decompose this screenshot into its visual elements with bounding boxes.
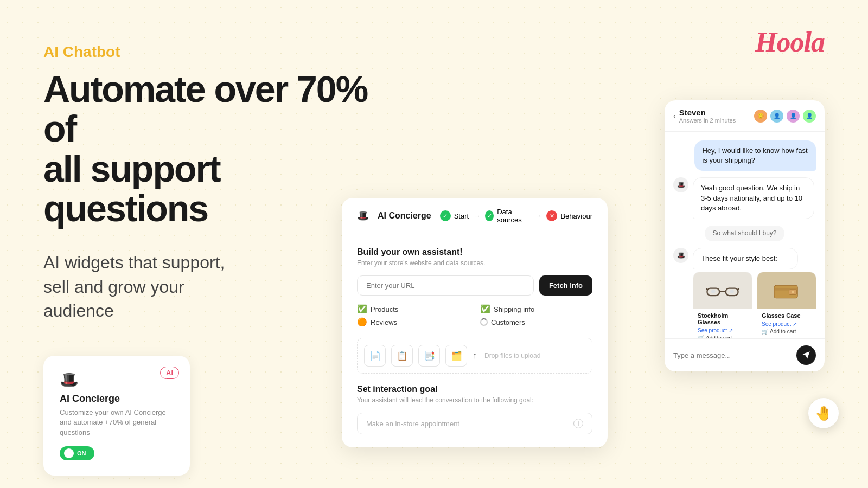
chat-agent-info: Steven Answers in 2 minutes <box>679 108 736 124</box>
bot-avatar-2: 🎩 <box>673 248 688 263</box>
widget-title: AI Concierge <box>60 393 174 404</box>
fetch-button[interactable]: Fetch info <box>539 275 592 296</box>
ai-badge: AI <box>160 367 179 379</box>
see-product-1[interactable]: See product ↗ <box>698 328 748 333</box>
panel-header-icon: 🎩 <box>357 210 369 222</box>
product-cards: Stockholm Glasses See product ↗ 🛒 Add to… <box>693 272 816 338</box>
toggle-label: ON <box>77 450 86 457</box>
check-products: ✅ Products <box>357 304 469 314</box>
upload-btn-4[interactable]: 🗂️ <box>445 345 467 367</box>
panel-header: 🎩 AI Concierge ✓ Start → ✓ Data sources … <box>342 198 608 234</box>
step-start-label: Start <box>454 212 469 220</box>
check-shipping-icon: ✅ <box>480 304 490 314</box>
check-shipping: ✅ Shipping info <box>480 304 592 314</box>
upload-btn-2[interactable]: 📋 <box>391 345 413 367</box>
add-to-cart-2[interactable]: 🛒 Add to cart <box>762 329 812 335</box>
external-link-icon-2: ↗ <box>793 321 797 327</box>
product-img-2 <box>757 272 816 309</box>
upload-btn-1[interactable]: 📄 <box>364 345 386 367</box>
chat-header-left: ‹ Steven Answers in 2 minutes <box>673 108 736 124</box>
hero-headline: Automate over 70% of all support questio… <box>43 69 369 229</box>
check-shipping-label: Shipping info <box>494 305 534 313</box>
see-product-2[interactable]: See product ↗ <box>762 321 812 327</box>
step-datasources-label: Data sources <box>497 208 530 224</box>
interaction-title: Set interaction goal <box>357 384 592 394</box>
check-reviews: 🟠 Reviews <box>357 317 469 327</box>
on-toggle[interactable]: ON <box>60 446 94 460</box>
step-start: ✓ Start <box>440 210 469 221</box>
builder-panel: 🎩 AI Concierge ✓ Start → ✓ Data sources … <box>342 198 608 447</box>
url-input[interactable] <box>357 275 534 296</box>
chat-agent-name: Steven <box>679 108 736 117</box>
msg-user-1: Hey, I would like to know how fast is yo… <box>694 140 816 171</box>
msg-bot-wrapper-1: 🎩 Yeah good question. We ship in 3-5 day… <box>673 177 816 219</box>
msg-bot-2-container: These fit your style best: <box>693 248 816 338</box>
check-customers-icon <box>480 318 488 326</box>
interaction-input-row: Make an in-store appointment i <box>357 413 592 434</box>
chat-input[interactable] <box>673 351 791 359</box>
check-reviews-label: Reviews <box>371 318 397 326</box>
cart-icon-2: 🛒 <box>762 329 768 335</box>
svg-rect-6 <box>730 290 735 293</box>
svg-point-10 <box>792 291 794 293</box>
upload-btn-3[interactable]: 📑 <box>418 345 440 367</box>
step-datasources: ✓ Data sources <box>485 208 530 224</box>
check-reviews-icon: 🟠 <box>357 317 367 327</box>
product-info-2: Glasses Case See product ↗ 🛒 Add to cart <box>757 309 816 338</box>
interaction-sub: Your assistant will lead the conversatio… <box>357 396 592 404</box>
msg-bot-1: Yeah good question. We ship in 3-5 days … <box>693 177 814 219</box>
step-behaviour-icon: ✕ <box>546 210 557 221</box>
bot-avatar-1: 🎩 <box>673 177 688 192</box>
upload-placeholder: Drop files to upload <box>484 352 540 359</box>
chat-input-area <box>665 338 825 371</box>
product-info-1: Stockholm Glasses See product ↗ 🛒 Add to… <box>693 309 752 338</box>
step-start-icon: ✓ <box>440 210 451 221</box>
avatar-1: 😊 <box>754 110 767 123</box>
chat-messages: Hey, I would like to know how fast is yo… <box>665 132 825 338</box>
send-button[interactable] <box>796 345 816 365</box>
msg-center-1: So what should I buy? <box>705 226 784 241</box>
check-customers: Customers <box>480 317 592 327</box>
check-customers-label: Customers <box>491 318 525 326</box>
arrow-1: → <box>473 211 481 220</box>
msg-bot-2: These fit your style best: <box>693 248 798 269</box>
avatar-3: 👤 <box>787 110 800 123</box>
hero-subheadline: AI widgets that support,sell and grow yo… <box>43 251 369 323</box>
arrow-2: → <box>534 211 542 220</box>
hand-button[interactable]: 🤚 <box>808 398 839 428</box>
concierge-icon: 🎩 <box>60 371 174 389</box>
url-input-row: Fetch info <box>357 275 592 296</box>
hero-badge: AI Chatbot <box>43 43 369 61</box>
panel-body: Build your own assistant! Enter your sto… <box>342 234 608 447</box>
product-name-1: Stockholm Glasses <box>698 312 748 325</box>
widget-desc: Customize your own AI Concierge and auto… <box>60 408 174 438</box>
back-arrow-icon[interactable]: ‹ <box>673 112 676 120</box>
avatar-2: 👤 <box>770 110 783 123</box>
upload-row: 📄 📋 📑 🗂️ ↑ Drop files to upload <box>357 338 592 374</box>
interaction-placeholder-text: Make an in-store appointment <box>366 420 459 428</box>
product-card-2: Glasses Case See product ↗ 🛒 Add to cart <box>757 272 816 338</box>
left-content: AI Chatbot Automate over 70% of all supp… <box>43 43 369 476</box>
panel-title: AI Concierge <box>378 211 431 221</box>
checklist: ✅ Products ✅ Shipping info 🟠 Reviews Cus… <box>357 304 592 327</box>
chat-agent-status: Answers in 2 minutes <box>679 117 736 124</box>
build-section-sub: Enter your store's website and data sour… <box>357 259 592 267</box>
wallet-svg <box>772 280 802 301</box>
svg-rect-5 <box>711 290 716 293</box>
toggle-knob <box>64 448 74 458</box>
step-datasources-icon: ✓ <box>485 210 494 221</box>
interaction-section: Set interaction goal Your assistant will… <box>357 384 592 434</box>
info-icon: i <box>573 419 583 428</box>
step-behaviour-label: Behaviour <box>560 212 592 220</box>
logo: Hoola <box>755 26 825 58</box>
msg-bot-wrapper-2: 🎩 These fit your style best: <box>673 248 816 338</box>
step-nav: ✓ Start → ✓ Data sources → ✕ Behaviour <box>440 208 592 224</box>
check-products-label: Products <box>371 305 398 313</box>
toggle-container: ON <box>60 446 174 460</box>
chat-header: ‹ Steven Answers in 2 minutes 😊 👤 👤 👤 <box>665 100 825 132</box>
glasses-svg <box>706 280 739 301</box>
chat-panel: ‹ Steven Answers in 2 minutes 😊 👤 👤 👤 He… <box>665 100 825 371</box>
step-behaviour: ✕ Behaviour <box>546 210 592 221</box>
product-card-1: Stockholm Glasses See product ↗ 🛒 Add to… <box>693 272 752 338</box>
build-section-title: Build your own assistant! <box>357 247 592 257</box>
